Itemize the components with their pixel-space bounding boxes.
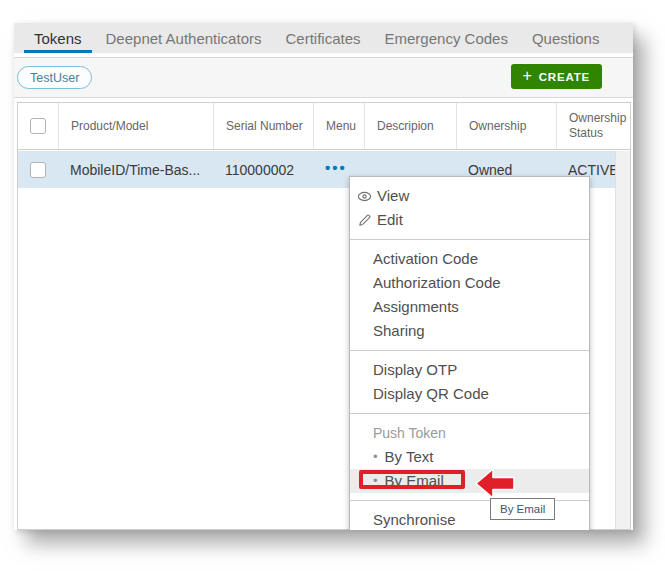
menu-section-push-token: Push Token By Text By Email: [350, 414, 589, 500]
menu-section-view-edit: View Edit: [350, 177, 589, 239]
menu-item-view[interactable]: View: [350, 184, 589, 208]
menu-group-label-push-token: Push Token: [350, 421, 589, 445]
app-window: Tokens Deepnet Authenticators Certificat…: [14, 23, 633, 530]
create-button-label: CREATE: [539, 71, 590, 83]
column-header-menu: Menu: [313, 103, 364, 149]
menu-item-label: Edit: [377, 208, 403, 232]
menu-item-activation-code[interactable]: Activation Code: [350, 247, 589, 271]
table-header-row: Product/Model Serial Number Menu Descrip…: [18, 103, 630, 150]
bullet-icon: [373, 469, 378, 493]
column-header-serial-number: Serial Number: [213, 103, 313, 149]
menu-item-label: View: [377, 184, 409, 208]
tab-deepnet-authenticators[interactable]: Deepnet Authenticators: [94, 23, 274, 53]
cell-serial-number: 110000002: [213, 151, 313, 188]
menu-item-display-otp[interactable]: Display OTP: [350, 358, 589, 382]
menu-section-codes: Activation Code Authorization Code Assig…: [350, 240, 589, 350]
pencil-icon: [357, 213, 372, 228]
column-header-ownership: Ownership: [456, 103, 556, 149]
row-actions-context-menu: View Edit Activation Code Authorization …: [349, 176, 590, 530]
tab-tokens[interactable]: Tokens: [22, 23, 94, 53]
user-filter-chip[interactable]: TestUser: [17, 66, 92, 89]
column-header-product-model: Product/Model: [58, 103, 213, 149]
column-header-description: Descripion: [364, 103, 456, 149]
create-button[interactable]: CREATE: [511, 64, 602, 89]
tab-emergency-codes[interactable]: Emergency Codes: [373, 23, 520, 53]
column-header-ownership-status: Ownership Status: [556, 103, 630, 149]
screenshot-stage: Tokens Deepnet Authenticators Certificat…: [0, 0, 665, 579]
plus-icon: [523, 68, 533, 84]
menu-item-assignments[interactable]: Assignments: [350, 295, 589, 319]
vertical-scrollbar[interactable]: [615, 151, 630, 529]
menu-item-by-email[interactable]: By Email: [350, 469, 589, 493]
by-email-tooltip: By Email: [490, 498, 555, 520]
tab-questions[interactable]: Questions: [520, 23, 612, 53]
menu-item-edit[interactable]: Edit: [350, 208, 589, 232]
select-all-cell: [18, 103, 58, 149]
row-select-cell: [18, 151, 58, 188]
toolbar: TestUser CREATE: [14, 57, 633, 98]
tab-certificates[interactable]: Certificates: [273, 23, 372, 53]
menu-item-sharing[interactable]: Sharing: [350, 319, 589, 343]
menu-item-display-qr-code[interactable]: Display QR Code: [350, 382, 589, 406]
eye-icon: [357, 189, 372, 204]
bullet-icon: [373, 445, 378, 469]
menu-item-label: By Text: [385, 445, 434, 469]
menu-item-by-text[interactable]: By Text: [350, 445, 589, 469]
ellipsis-icon[interactable]: [325, 159, 347, 176]
row-checkbox[interactable]: [30, 162, 46, 178]
select-all-checkbox[interactable]: [30, 118, 46, 134]
menu-section-display: Display OTP Display QR Code: [350, 351, 589, 413]
menu-item-authorization-code[interactable]: Authorization Code: [350, 271, 589, 295]
cell-product-model: MobileID/Time-Bas...: [58, 151, 213, 188]
menu-item-label: By Email: [385, 469, 444, 493]
tab-bar: Tokens Deepnet Authenticators Certificat…: [14, 23, 633, 53]
